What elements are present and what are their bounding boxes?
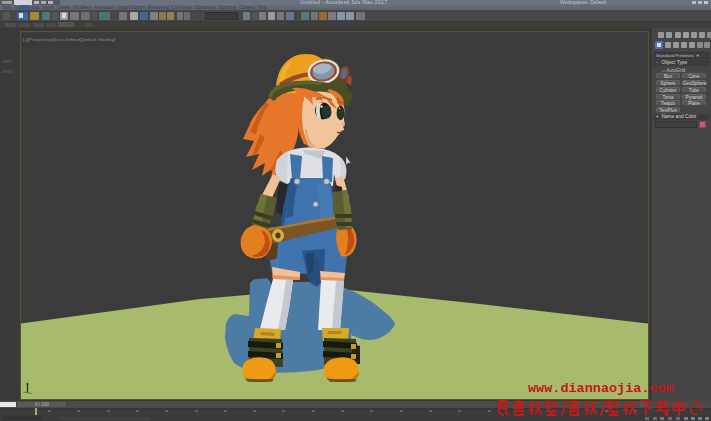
- svg-text:[+][Perspective][User Defined]: [+][Perspective][User Defined][Default S…: [23, 37, 115, 42]
